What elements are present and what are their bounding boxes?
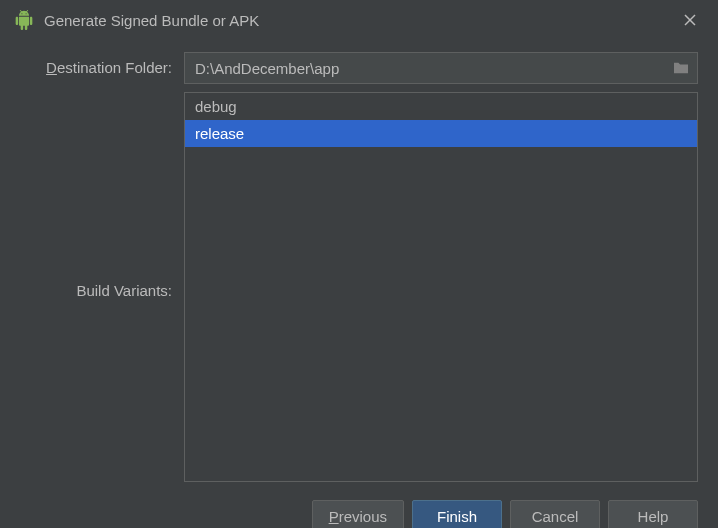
window-title: Generate Signed Bundle or APK [44, 12, 259, 29]
list-item[interactable]: debug [185, 93, 697, 120]
destination-row: Destination Folder: [16, 52, 698, 84]
help-button[interactable]: Help [608, 500, 698, 528]
previous-button[interactable]: Previous [312, 500, 404, 528]
destination-label: Destination Folder: [16, 52, 184, 76]
destination-input-wrap [184, 52, 698, 84]
finish-button[interactable]: Finish [412, 500, 502, 528]
close-button[interactable] [680, 10, 700, 30]
list-item[interactable]: release [185, 120, 697, 147]
variants-row: Build Variants: debug release [16, 92, 698, 482]
android-icon [14, 10, 34, 30]
destination-input[interactable] [184, 52, 698, 84]
titlebar: Generate Signed Bundle or APK [0, 0, 718, 40]
form-area: Destination Folder: Build Variants: debu… [0, 40, 718, 482]
button-bar: Previous Finish Cancel Help [0, 500, 718, 528]
browse-folder-icon[interactable] [672, 61, 690, 75]
cancel-button[interactable]: Cancel [510, 500, 600, 528]
variants-label: Build Variants: [16, 92, 184, 299]
titlebar-left: Generate Signed Bundle or APK [14, 10, 259, 30]
variants-listbox[interactable]: debug release [184, 92, 698, 482]
